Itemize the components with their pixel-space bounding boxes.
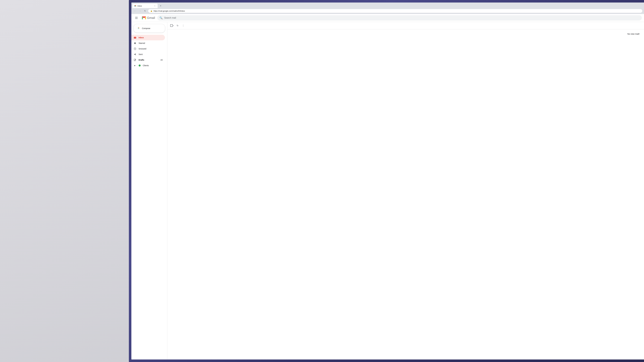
sidebar-item-drafts[interactable]: Drafts 15	[131, 57, 165, 63]
sidebar-item-inbox[interactable]: Inbox	[131, 35, 165, 40]
refresh-toolbar-button[interactable]: ↻	[175, 23, 180, 28]
address-bar-row: ← → ↻ 🔒 https://mail.google.com/mail/u/0…	[131, 8, 644, 14]
browser-chrome: Inbox × + ← → ↻ 🔒 https://mail.google.co…	[131, 2, 644, 14]
new-tab-button[interactable]: +	[159, 4, 163, 8]
gmail-logo: Gmail	[142, 15, 155, 20]
compose-plus-icon	[137, 26, 140, 30]
search-icon: 🔍	[160, 16, 162, 19]
expand-icon: ▶	[134, 64, 136, 67]
inbox-icon-svg	[134, 36, 136, 39]
draft-icon	[134, 58, 136, 61]
sidebar-item-clients[interactable]: ▶ Clients	[131, 63, 165, 68]
hamburger-icon	[135, 17, 138, 19]
star-icon	[134, 42, 136, 44]
drafts-count: 15	[160, 59, 163, 61]
no-mail-message: No new mail!	[627, 33, 640, 35]
star-icon-svg	[134, 42, 136, 44]
empty-state: No new mail!	[167, 29, 644, 360]
main-content: ▾ ↻ ⋮ No new mail!	[167, 22, 644, 360]
lock-icon: 🔒	[150, 10, 152, 12]
select-all-button[interactable]: ▾	[170, 23, 174, 28]
clock-icon-svg	[134, 47, 136, 50]
tab-bar: Inbox × +	[131, 2, 644, 8]
compose-label: Compose	[142, 27, 150, 29]
gmail-body: Compose Inbox	[131, 22, 644, 360]
gmail-m-icon	[142, 15, 146, 20]
sidebar-item-snoozed[interactable]: Snoozed	[131, 46, 165, 51]
send-icon	[134, 53, 136, 56]
clock-icon	[134, 47, 136, 50]
drafts-label: Drafts	[139, 59, 158, 61]
toolbar: ▾ ↻ ⋮	[167, 22, 644, 29]
sidebar-item-starred[interactable]: Starred	[131, 40, 165, 46]
gmail-app: Gmail 🔍 Search mail	[131, 14, 644, 360]
inbox-icon	[134, 36, 136, 39]
snoozed-label: Snoozed	[139, 48, 163, 50]
back-button[interactable]: ←	[133, 9, 137, 13]
screen-area: Inbox × + ← → ↻ 🔒 https://mail.google.co…	[131, 2, 644, 360]
more-options-button[interactable]: ⋮	[181, 23, 186, 28]
sidebar-item-sent[interactable]: Sent	[131, 51, 165, 57]
gmail-favicon-icon	[134, 5, 136, 7]
send-icon-svg	[134, 53, 136, 56]
monitor-frame: Inbox × + ← → ↻ 🔒 https://mail.google.co…	[129, 0, 644, 362]
forward-button[interactable]: →	[138, 9, 142, 13]
browser-tab-gmail[interactable]: Inbox ×	[132, 4, 158, 8]
sent-label: Sent	[139, 53, 163, 55]
tab-close-button[interactable]: ×	[154, 5, 156, 7]
dropdown-arrow-icon: ▾	[173, 25, 174, 26]
search-bar[interactable]: 🔍 Search mail	[157, 15, 642, 20]
url-text: https://mail.google.com/mail/u/0/#inbox	[154, 10, 185, 12]
search-placeholder: Search mail	[164, 17, 640, 19]
checkbox-icon	[170, 24, 173, 27]
inbox-label: Inbox	[139, 36, 163, 39]
tab-title: Inbox	[138, 5, 152, 7]
sidebar: Compose Inbox	[131, 22, 167, 360]
address-bar[interactable]: 🔒 https://mail.google.com/mail/u/0/#inbo…	[148, 9, 642, 13]
compose-icon	[137, 26, 140, 30]
clients-color-dot	[139, 64, 140, 66]
draft-icon-svg	[134, 58, 136, 61]
compose-button[interactable]: Compose	[134, 24, 165, 32]
select-checkbox-dropdown: ▾	[170, 24, 174, 27]
gmail-wordmark: Gmail	[147, 16, 155, 20]
refresh-button[interactable]: ↻	[143, 9, 147, 13]
clients-label: Clients	[143, 64, 163, 67]
starred-label: Starred	[139, 42, 163, 44]
menu-button[interactable]	[134, 15, 139, 21]
gmail-header: Gmail 🔍 Search mail	[131, 14, 644, 22]
